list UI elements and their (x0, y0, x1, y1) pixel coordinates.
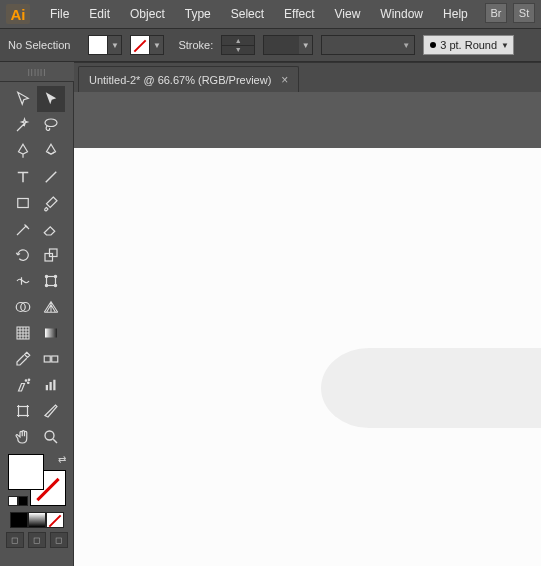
menu-view[interactable]: View (325, 0, 371, 28)
document-tab-strip: Untitled-2* @ 66.67% (RGB/Preview) × (74, 62, 541, 92)
app-bridge-button[interactable]: Br (485, 3, 507, 23)
svg-point-16 (27, 382, 29, 384)
menu-file[interactable]: File (40, 0, 79, 28)
gradient-tool[interactable] (37, 320, 65, 346)
stroke-weight-field[interactable] (263, 35, 299, 55)
menu-effect[interactable]: Effect (274, 0, 324, 28)
default-fill-stroke-icon[interactable] (8, 496, 28, 506)
line-segment-tool[interactable] (37, 164, 65, 190)
svg-point-6 (54, 275, 56, 277)
paintbrush-tool[interactable] (37, 190, 65, 216)
width-tool[interactable] (9, 268, 37, 294)
tools-panel: ⇄ ◻ ◻ ◻ (0, 82, 74, 566)
perspective-grid-tool[interactable] (37, 294, 65, 320)
shaper-tool[interactable] (9, 216, 37, 242)
color-mode-row (10, 512, 64, 528)
slice-tool[interactable] (37, 398, 65, 424)
fill-swatch[interactable] (8, 454, 44, 490)
none-mode-button[interactable] (46, 512, 64, 528)
fill-stroke-swatch[interactable]: ⇄ (8, 454, 66, 506)
svg-rect-18 (45, 385, 47, 390)
type-tool[interactable] (9, 164, 37, 190)
svg-rect-12 (45, 329, 57, 338)
svg-rect-14 (51, 356, 57, 362)
close-icon[interactable]: × (281, 73, 288, 87)
svg-rect-4 (46, 277, 55, 286)
menu-window[interactable]: Window (370, 0, 433, 28)
direct-selection-tool[interactable] (37, 86, 65, 112)
mesh-tool[interactable] (9, 320, 37, 346)
menu-bar: Ai File Edit Object Type Select Effect V… (0, 0, 541, 28)
svg-rect-20 (53, 380, 55, 391)
color-mode-button[interactable] (10, 512, 28, 528)
rectangle-tool[interactable] (9, 190, 37, 216)
magic-wand-tool[interactable] (9, 112, 37, 138)
app-switcher: Br St (485, 3, 535, 23)
stroke-weight-dropdown[interactable]: ▼ (299, 35, 313, 55)
svg-rect-21 (18, 407, 27, 416)
artwork-shape (321, 348, 541, 428)
fill-color-dropdown[interactable]: ▼ (108, 35, 122, 55)
svg-point-15 (25, 380, 27, 382)
curvature-tool[interactable] (37, 138, 65, 164)
menu-edit[interactable]: Edit (79, 0, 120, 28)
hand-tool[interactable] (9, 424, 37, 450)
lasso-tool[interactable] (37, 112, 65, 138)
chevron-down-icon: ▼ (501, 41, 509, 50)
document-tab[interactable]: Untitled-2* @ 66.67% (RGB/Preview) × (78, 66, 299, 92)
artboard-tool[interactable] (9, 398, 37, 424)
symbol-sprayer-tool[interactable] (9, 372, 37, 398)
svg-point-22 (45, 431, 54, 440)
draw-inside-button[interactable]: ◻ (50, 532, 68, 548)
scale-tool[interactable] (37, 242, 65, 268)
zoom-tool[interactable] (37, 424, 65, 450)
column-graph-tool[interactable] (37, 372, 65, 398)
gradient-mode-button[interactable] (28, 512, 46, 528)
svg-rect-2 (45, 254, 53, 262)
chevron-down-icon[interactable]: ▼ (222, 46, 254, 55)
svg-point-8 (54, 284, 56, 286)
svg-point-5 (45, 275, 47, 277)
stroke-label: Stroke: (178, 39, 213, 51)
menu-select[interactable]: Select (221, 0, 274, 28)
shape-builder-tool[interactable] (9, 294, 37, 320)
svg-point-7 (45, 284, 47, 286)
svg-rect-1 (17, 199, 28, 208)
app-stock-button[interactable]: St (513, 3, 535, 23)
selection-tool[interactable] (9, 86, 37, 112)
brush-label: 3 pt. Round (440, 39, 497, 51)
menu-type[interactable]: Type (175, 0, 221, 28)
svg-point-17 (28, 379, 30, 381)
blend-tool[interactable] (37, 346, 65, 372)
document-tab-title: Untitled-2* @ 66.67% (RGB/Preview) (89, 74, 271, 86)
rotate-tool[interactable] (9, 242, 37, 268)
stroke-weight-stepper[interactable]: ▲ ▼ (221, 35, 255, 55)
stroke-color-dropdown[interactable]: ▼ (150, 35, 164, 55)
control-bar: No Selection ▼ ▼ Stroke: ▲ ▼ ▼ ▼ 3 pt. R… (0, 28, 541, 62)
svg-rect-13 (44, 356, 50, 362)
variable-width-profile-dropdown[interactable]: ▼ (321, 35, 415, 55)
free-transform-tool[interactable] (37, 268, 65, 294)
chevron-up-icon[interactable]: ▲ (222, 36, 254, 46)
draw-normal-button[interactable]: ◻ (6, 532, 24, 548)
draw-behind-button[interactable]: ◻ (28, 532, 46, 548)
app-logo: Ai (6, 4, 30, 24)
menu-object[interactable]: Object (120, 0, 175, 28)
screen-mode-row: ◻ ◻ ◻ (6, 532, 68, 548)
eraser-tool[interactable] (37, 216, 65, 242)
canvas[interactable] (74, 148, 541, 566)
fill-color-well[interactable] (88, 35, 108, 55)
brush-definition-dropdown[interactable]: 3 pt. Round ▼ (423, 35, 514, 55)
document-header-area (74, 92, 541, 148)
svg-rect-19 (49, 382, 51, 390)
toolbar-collapse-handle[interactable]: |||||| (0, 62, 74, 82)
selection-status: No Selection (8, 39, 70, 51)
svg-rect-3 (49, 249, 57, 257)
pen-tool[interactable] (9, 138, 37, 164)
stroke-color-well[interactable] (130, 35, 150, 55)
swap-fill-stroke-icon[interactable]: ⇄ (58, 454, 66, 465)
menu-help[interactable]: Help (433, 0, 478, 28)
eyedropper-tool[interactable] (9, 346, 37, 372)
brush-dot-icon (430, 42, 436, 48)
